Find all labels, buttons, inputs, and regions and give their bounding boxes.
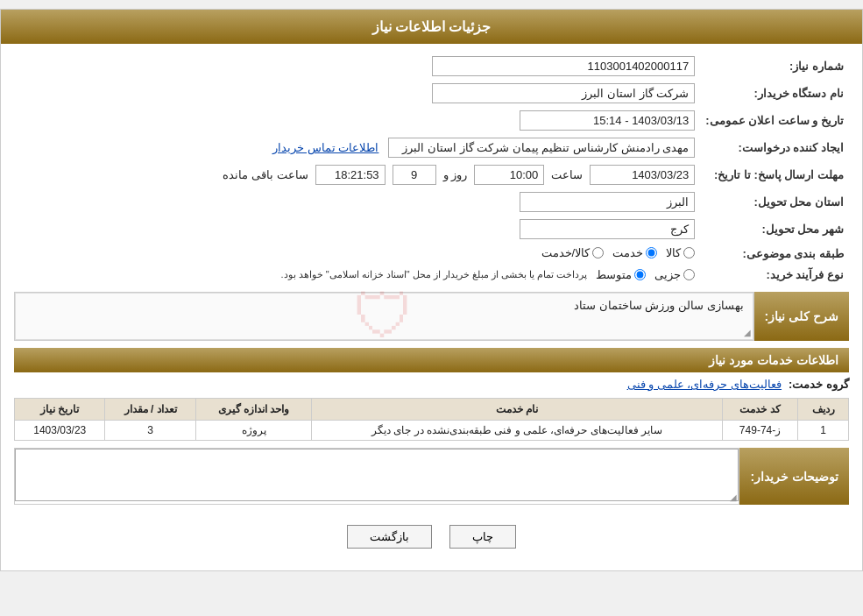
col-name: نام خدمت — [312, 399, 723, 421]
services-table-body: 1 ز-74-749 سایر فعالیت‌های حرفه‌ای، علمی… — [15, 421, 849, 441]
table-row: 1 ز-74-749 سایر فعالیت‌های حرفه‌ای، علمی… — [15, 421, 849, 441]
requester-value: مهدی رادمنش کارشناس تنظیم پیمان شرکت گاز… — [14, 134, 700, 161]
subject-label-khedmat: خدمت — [612, 246, 643, 259]
delivery-city-display: کرج — [520, 219, 695, 239]
delivery-province-label: استان محل تحویل: — [700, 188, 849, 216]
back-button[interactable]: بازگشت — [347, 525, 432, 549]
subject-radio-kala[interactable] — [683, 247, 695, 258]
purchase-type-label-motavasset: متوسط — [596, 268, 632, 281]
service-group-row: گروه خدمت: فعالیت‌های حرفه‌ای، علمی و فن… — [14, 378, 849, 391]
cell-row: 1 — [798, 421, 849, 441]
cell-name: سایر فعالیت‌های حرفه‌ای، علمی و فنی طبقه… — [312, 421, 723, 441]
print-button[interactable]: چاپ — [449, 525, 516, 549]
services-table-header: ردیف کد خدمت نام خدمت واحد اندازه گیری ت… — [15, 399, 849, 421]
need-number-row: شماره نیاز: 1103001402000117 — [14, 53, 849, 80]
purchase-type-container: جزیی متوسط پرداخت تمام یا بخشی از مبلغ خ… — [19, 268, 695, 281]
delivery-province-value: البرز — [14, 188, 700, 216]
services-section-header: اطلاعات خدمات مورد نیاز — [14, 348, 849, 372]
need-description-section: شرح کلی نیاز: 🛡 بهسازی سالن ورزش ساختمان… — [14, 292, 849, 341]
response-days-display: 9 — [393, 165, 436, 185]
page-title: جزئیات اطلاعات نیاز — [372, 19, 492, 34]
need-number-label: شماره نیاز: — [700, 53, 849, 80]
cell-date: 1403/03/23 — [15, 421, 105, 441]
services-table-header-row: ردیف کد خدمت نام خدمت واحد اندازه گیری ت… — [15, 399, 849, 421]
buyer-notes-label: توضیحات خریدار: — [739, 448, 849, 505]
purchase-type-label-jozei: جزیی — [654, 268, 681, 281]
response-deadline-label: مهلت ارسال پاسخ: تا تاریخ: — [700, 161, 849, 188]
need-number-display: 1103001402000117 — [432, 56, 695, 76]
subject-label: طبقه بندی موضوعی: — [700, 243, 849, 265]
col-unit: واحد اندازه گیری — [195, 399, 311, 421]
buyer-notes-textarea[interactable] — [15, 449, 739, 501]
purchase-type-value: جزیی متوسط پرداخت تمام یا بخشی از مبلغ خ… — [14, 265, 700, 285]
cell-qty: 3 — [105, 421, 195, 441]
purchase-type-radio-group: جزیی متوسط — [596, 268, 695, 281]
delivery-city-value: کرج — [14, 216, 700, 243]
buyer-name-label: نام دستگاه خریدار: — [700, 80, 849, 107]
subject-option-khedmat[interactable]: خدمت — [612, 246, 657, 259]
announcement-datetime-display: 1403/03/13 - 15:14 — [520, 110, 695, 131]
purchase-type-row: نوع فرآیند خرید: جزیی متوسط — [14, 265, 849, 285]
purchase-type-radio-motavasset[interactable] — [634, 269, 646, 280]
page-header: جزئیات اطلاعات نیاز — [1, 10, 862, 44]
subject-radio-kala-khedmat[interactable] — [592, 247, 604, 258]
announcement-row: تاریخ و ساعت اعلان عمومی: 1403/03/13 - 1… — [14, 107, 849, 134]
purchase-type-note: پرداخت تمام یا بخشی از مبلغ خریدار از مح… — [281, 269, 588, 280]
cell-unit: پروژه — [195, 421, 311, 441]
response-deadline-fields: 1403/03/23 ساعت 10:00 روز و 9 18:21:53 س… — [19, 165, 695, 185]
resize-handle: ◢ — [744, 328, 751, 337]
service-group-label: گروه خدمت: — [789, 378, 849, 391]
buttons-row: چاپ بازگشت — [14, 512, 849, 562]
cell-code: ز-74-749 — [722, 421, 797, 441]
need-description-label: شرح کلی نیاز: — [754, 292, 849, 341]
subject-value: کالا خدمت کالا/خدمت — [14, 243, 700, 265]
response-time-display: 10:00 — [474, 165, 544, 185]
response-deadline-value: 1403/03/23 ساعت 10:00 روز و 9 18:21:53 س… — [14, 161, 700, 188]
need-description-text: بهسازی سالن ورزش ساختمان ستاد — [25, 299, 744, 334]
buyer-notes-container: ◢ — [14, 448, 739, 505]
purchase-type-option-jozei[interactable]: جزیی — [654, 268, 695, 281]
need-number-value: 1103001402000117 — [14, 53, 700, 80]
response-remaining-label: ساعت باقی مانده — [223, 168, 308, 181]
subject-row: طبقه بندی موضوعی: کالا خدمت — [14, 243, 849, 265]
announcement-label: تاریخ و ساعت اعلان عمومی: — [700, 107, 849, 134]
delivery-province-row: استان محل تحویل: البرز — [14, 188, 849, 216]
notes-resize-handle: ◢ — [730, 492, 737, 502]
delivery-province-display: البرز — [520, 192, 695, 212]
subject-radio-group: کالا خدمت کالا/خدمت — [541, 246, 696, 259]
requester-row: ایجاد کننده درخواست: مهدی رادمنش کارشناس… — [14, 134, 849, 161]
service-group-value[interactable]: فعالیت‌های حرفه‌ای، علمی و فنی — [627, 378, 782, 391]
contact-link[interactable]: اطلاعات تماس خریدار — [272, 141, 378, 154]
services-table: ردیف کد خدمت نام خدمت واحد اندازه گیری ت… — [14, 398, 849, 441]
delivery-city-label: شهر محل تحویل: — [700, 216, 849, 243]
main-info-table: شماره نیاز: 1103001402000117 نام دستگاه … — [14, 53, 849, 285]
response-deadline-row: مهلت ارسال پاسخ: تا تاریخ: 1403/03/23 سا… — [14, 161, 849, 188]
buyer-name-row: نام دستگاه خریدار: شرکت گاز استان البرز — [14, 80, 849, 107]
response-time-label: ساعت — [551, 168, 583, 181]
announcement-value: 1403/03/13 - 15:14 — [14, 107, 700, 134]
need-description-container: 🛡 بهسازی سالن ورزش ساختمان ستاد ◢ — [14, 292, 754, 341]
response-remaining-display: 18:21:53 — [315, 165, 386, 185]
delivery-city-row: شهر محل تحویل: کرج — [14, 216, 849, 243]
purchase-type-radio-jozei[interactable] — [683, 269, 695, 280]
purchase-type-option-motavasset[interactable]: متوسط — [596, 268, 646, 281]
requester-label: ایجاد کننده درخواست: — [700, 134, 849, 161]
response-date-display: 1403/03/23 — [590, 165, 695, 185]
col-row: ردیف — [798, 399, 849, 421]
buyer-name-display: شرکت گاز استان البرز — [432, 83, 695, 103]
response-days-label: روز و — [443, 168, 468, 181]
purchase-type-label: نوع فرآیند خرید: — [700, 265, 849, 285]
page-wrapper: جزئیات اطلاعات نیاز شماره نیاز: 11030014… — [0, 9, 863, 571]
requester-display: مهدی رادمنش کارشناس تنظیم پیمان شرکت گاز… — [388, 138, 695, 158]
col-qty: تعداد / مقدار — [105, 399, 195, 421]
content-area: شماره نیاز: 1103001402000117 نام دستگاه … — [1, 44, 862, 570]
subject-label-kala-khedmat: کالا/خدمت — [541, 246, 591, 259]
subject-radio-khedmat[interactable] — [646, 247, 657, 258]
subject-label-kala: کالا — [666, 246, 681, 259]
buyer-notes-section: توضیحات خریدار: ◢ — [14, 448, 849, 505]
col-date: تاریخ نیاز — [15, 399, 105, 421]
need-description-wrapper: 🛡 بهسازی سالن ورزش ساختمان ستاد ◢ — [15, 293, 753, 340]
subject-option-kala-khedmat[interactable]: کالا/خدمت — [541, 246, 605, 259]
col-code: کد خدمت — [722, 399, 797, 421]
subject-option-kala[interactable]: کالا — [666, 246, 695, 259]
